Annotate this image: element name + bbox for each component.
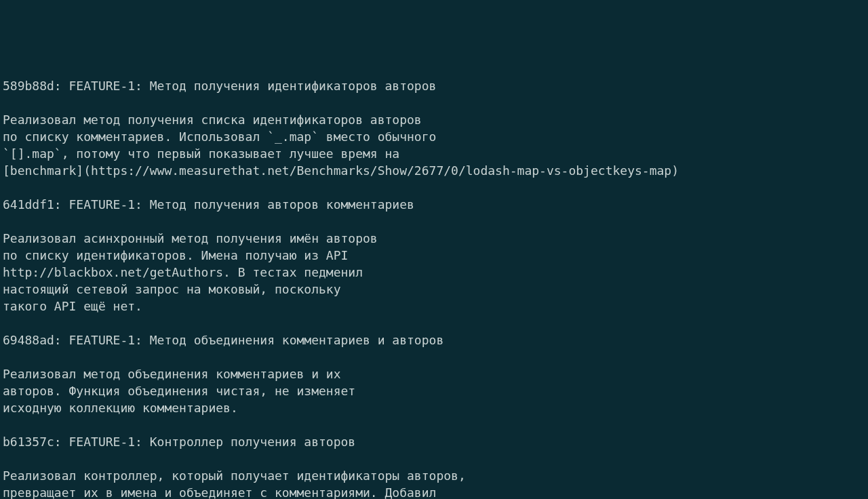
git-log-output: 589b88d: FEATURE-1: Метод получения иден… <box>3 77 868 499</box>
commit-header: 641ddf1: FEATURE-1: Метод получения авто… <box>3 197 414 212</box>
commit-header: 589b88d: FEATURE-1: Метод получения иден… <box>3 79 436 93</box>
commit-header: b61357c: FEATURE-1: Контроллер получения… <box>3 435 355 449</box>
commit-body: Реализовал контроллер, который получает … <box>3 468 466 499</box>
commit-header: 69488ad: FEATURE-1: Метод объединения ко… <box>3 333 443 347</box>
commit-body: Реализовал метод объединения комментарие… <box>3 367 355 415</box>
commit-body: Реализовал асинхронный метод получения и… <box>3 231 378 313</box>
commit-body: Реализовал метод получения списка иденти… <box>3 113 679 178</box>
